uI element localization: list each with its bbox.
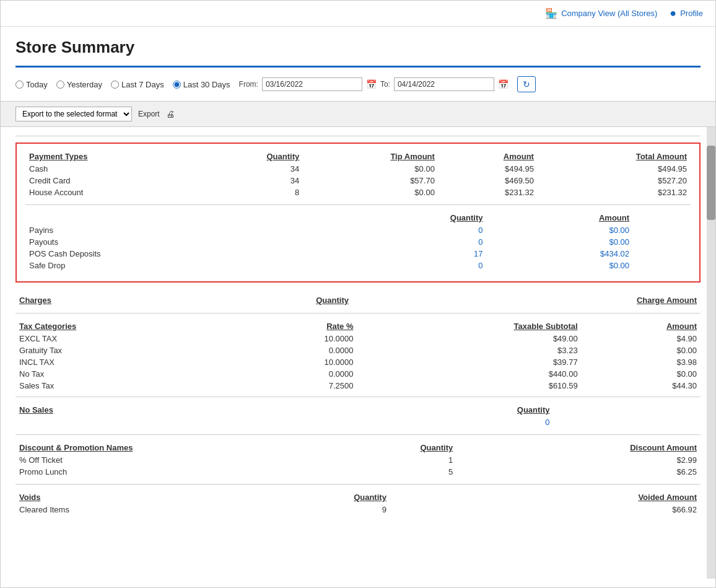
radio-group: Today Yesterday Last 7 Days Last 30 Days: [15, 80, 230, 89]
export-format-select[interactable]: Export to the selected format: [15, 107, 132, 121]
ns-empty1: [554, 403, 603, 416]
payment-type-row: Cash 34 $0.00 $494.95 $494.95: [25, 163, 691, 175]
disc-empty2: [477, 441, 497, 454]
tax-rate: 10.0000: [242, 333, 357, 344]
pt-total: $494.95: [538, 163, 691, 175]
tax-rate-header: Rate %: [242, 320, 357, 333]
tax-empty1: [219, 320, 242, 333]
ns-empty3: [652, 403, 701, 416]
tax-amount-header: Amount: [582, 320, 701, 333]
payment-types-table: Payment Types Quantity Tip Amount Amount…: [25, 150, 691, 198]
tax-name: Sales Tax: [15, 380, 219, 392]
cm-empty3: [633, 224, 661, 236]
discounts-table: Discount & Promotion Names Quantity Disc…: [15, 441, 701, 478]
cm-empty4: [662, 248, 691, 260]
from-calendar-icon[interactable]: 📅: [366, 79, 377, 89]
radio-last30-label: Last 30 Days: [183, 80, 230, 89]
cm-amount: $0.00: [487, 224, 634, 236]
red-outlined-section: Payment Types Quantity Tip Amount Amount…: [15, 143, 701, 283]
radio-last30[interactable]: Last 30 Days: [173, 80, 230, 89]
scrollbar-thumb[interactable]: [707, 146, 715, 220]
to-calendar-icon[interactable]: 📅: [498, 79, 509, 89]
discount-row: Promo Lunch 5 $6.25: [15, 466, 701, 478]
tax-amount: $0.00: [582, 344, 701, 356]
ns-empty-cell1: [554, 416, 603, 428]
tax-name: INCL TAX: [15, 356, 219, 368]
tax-taxable-header: Taxable Subtotal: [357, 320, 582, 333]
radio-yesterday[interactable]: Yesterday: [56, 80, 102, 89]
charges-divider: [15, 313, 701, 314]
no-sales-header: No Sales: [15, 403, 289, 416]
disc-empty4: [477, 454, 497, 466]
cash-mgmt-row: Payouts 0 $0.00: [25, 236, 691, 248]
tax-taxable: $3.23: [357, 344, 582, 356]
discount-qty-header: Quantity: [347, 441, 456, 454]
refresh-button[interactable]: ↻: [517, 76, 536, 92]
from-date-input[interactable]: [262, 77, 362, 91]
radio-today[interactable]: Today: [15, 80, 48, 89]
cm-name: Safe Drop: [25, 260, 331, 271]
charges-header: Charges: [15, 294, 183, 307]
cm-quantity: 17: [331, 248, 487, 260]
cm-empty4: [662, 224, 691, 236]
cash-mgmt-row: Safe Drop 0 $0.00: [25, 260, 691, 271]
charges-qty-header: Quantity: [183, 294, 352, 307]
void-empty3: [390, 504, 419, 516]
charges-table: Charges Quantity Charge Amount: [15, 294, 701, 307]
cm-amount: $0.00: [487, 260, 634, 271]
cm-empty4: [662, 236, 691, 248]
tax-empty-cell: [219, 380, 242, 392]
pt-amount: $231.32: [439, 186, 538, 198]
cm-name: Payouts: [25, 236, 331, 248]
pt-quantity: 34: [198, 163, 303, 175]
tip-amount-header: Tip Amount: [303, 150, 439, 163]
print-icon[interactable]: 🖨: [166, 109, 175, 119]
top-bar: 🏪 Company View (All Stores) ● Profile: [1, 1, 715, 27]
tax-row: No Tax 0.0000 $440.00 $0.00: [15, 368, 701, 380]
tax-taxable: $39.77: [357, 356, 582, 368]
cm-empty3: [633, 260, 661, 271]
cash-management-table: Quantity Amount Payins 0 $0.00 Payouts 0…: [25, 211, 691, 271]
user-label: Profile: [680, 9, 703, 18]
export-button[interactable]: Export: [138, 110, 160, 118]
ns-empty2: [603, 403, 652, 416]
tax-name: EXCL TAX: [15, 333, 219, 344]
tax-row: EXCL TAX 10.0000 $49.00 $4.90: [15, 333, 701, 344]
tax-row: Gratuity Tax 0.0000 $3.23 $0.00: [15, 344, 701, 356]
from-label: From:: [239, 80, 258, 89]
voids-amount-header: Voided Amount: [447, 491, 701, 504]
void-amount: $66.92: [447, 504, 701, 516]
radio-today-label: Today: [26, 80, 48, 89]
radio-last7-label: Last 7 Days: [121, 80, 164, 89]
disc-name: Promo Lunch: [15, 466, 347, 478]
pt-tip: $0.00: [303, 186, 439, 198]
cm-quantity: 0: [331, 236, 487, 248]
total-amount-header: Total Amount: [538, 150, 691, 163]
cm-empty1: [633, 211, 661, 224]
tax-taxable: $49.00: [357, 333, 582, 344]
disc-quantity: 5: [347, 466, 456, 478]
disc-empty1: [456, 441, 477, 454]
charges-empty2: [384, 294, 416, 307]
user-profile[interactable]: ● Profile: [670, 7, 703, 20]
pt-name: Credit Card: [25, 175, 198, 186]
to-date-input[interactable]: [394, 77, 494, 91]
tax-taxable: $610.59: [357, 380, 582, 392]
company-view[interactable]: 🏪 Company View (All Stores): [545, 7, 657, 19]
no-sales-divider: [15, 434, 701, 435]
cm-empty4: [662, 260, 691, 271]
radio-last7[interactable]: Last 7 Days: [111, 80, 164, 89]
scrollbar-track[interactable]: [707, 127, 715, 579]
amount-header: Amount: [439, 150, 538, 163]
store-icon: 🏪: [545, 7, 557, 19]
pt-name: House Account: [25, 186, 198, 198]
pt-tip: $57.70: [303, 175, 439, 186]
no-sales-table: No Sales Quantity 0: [15, 403, 701, 428]
void-quantity: 9: [237, 504, 390, 516]
payment-divider: [25, 204, 691, 205]
voids-header: Voids: [15, 491, 237, 504]
cm-amount: $0.00: [487, 236, 634, 248]
radio-yesterday-label: Yesterday: [67, 80, 102, 89]
ns-empty-cell2: [603, 416, 652, 428]
content-area: Payment Types Quantity Tip Amount Amount…: [1, 127, 715, 579]
